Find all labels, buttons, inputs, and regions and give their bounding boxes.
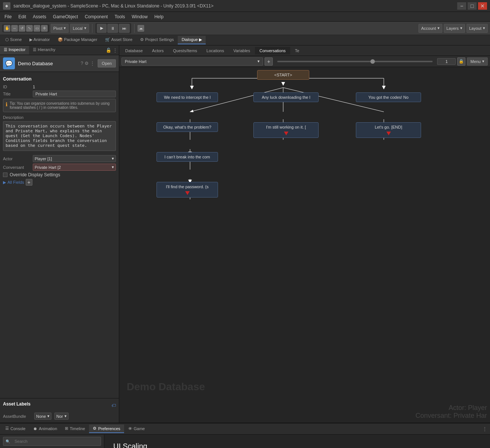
cloud-icon[interactable]: ☁: [137, 25, 144, 32]
open-button[interactable]: Open: [98, 59, 116, 67]
db-icon: 💬: [3, 57, 15, 69]
tip-text: Tip: You can organize conversations into…: [10, 101, 113, 110]
pause-button[interactable]: ⏸: [107, 24, 118, 33]
menu-edit[interactable]: Edit: [15, 13, 29, 20]
console-icon: ☰: [5, 426, 9, 431]
description-field[interactable]: [3, 121, 116, 151]
scale-tool[interactable]: ⤡: [26, 25, 33, 32]
bottom-tab-more[interactable]: ⋮: [481, 425, 489, 433]
menu-component[interactable]: Component: [82, 13, 111, 20]
menu-window[interactable]: Window: [129, 13, 151, 20]
hand-tool[interactable]: ✋: [4, 25, 10, 32]
tab-animator[interactable]: ▶ Animator: [26, 36, 53, 44]
close-button[interactable]: ✕: [478, 2, 487, 10]
rotate-tool[interactable]: ↺: [19, 25, 25, 32]
dlg-tab-database[interactable]: Database: [121, 47, 147, 54]
label-icon[interactable]: 🏷: [111, 403, 116, 408]
toolbar-sep2: [134, 24, 135, 33]
menu-gameobject[interactable]: GameObject: [50, 13, 81, 20]
title-input[interactable]: Private Hart: [33, 91, 116, 97]
toolbar: ✋ ↔ ↺ ⤡ ▭ ✛ Pivot ▾ Local ▾ ▶ ⏸ ⏭ ☁ Acco…: [0, 22, 490, 35]
panel-tabs: ⬡ Scene ▶ Animator 📦 Package Manager 🛒 A…: [0, 35, 490, 45]
tab-package-manager[interactable]: 📦 Package Manager: [54, 36, 101, 44]
add-field-button[interactable]: +: [26, 179, 32, 186]
dlg-tab-variables[interactable]: Variables: [229, 47, 255, 54]
account-dropdown[interactable]: Account ▾: [418, 24, 442, 33]
actor-dropdown[interactable]: Player [1] ▾: [33, 155, 116, 162]
bundle-label: AssetBundle: [3, 414, 33, 419]
tab-console[interactable]: ☰ Console: [1, 425, 29, 433]
zoom-value[interactable]: 1: [437, 58, 456, 65]
tab-animation[interactable]: ⏺ Animation: [29, 425, 61, 433]
title-label: Title: [3, 92, 33, 96]
nor-dropdown[interactable]: Nor ▾: [54, 413, 69, 420]
help-icon[interactable]: ?: [80, 61, 83, 66]
conversant-field-row: Conversant Private Hart [2 ▾: [3, 164, 116, 171]
pivot-dropdown[interactable]: Pivot ▾: [51, 24, 69, 33]
override-checkbox[interactable]: [3, 173, 7, 177]
lock-icon[interactable]: 🔓: [106, 48, 111, 53]
rect-tool[interactable]: ▭: [34, 25, 40, 32]
tab-scene[interactable]: ⬡ Scene: [1, 36, 25, 44]
bundle-dropdown[interactable]: None ▾: [34, 413, 51, 420]
maximize-button[interactable]: □: [468, 2, 477, 10]
menu-file[interactable]: File: [1, 13, 15, 20]
tab-preferences[interactable]: ⚙ Preferences: [89, 425, 124, 433]
transform-tool[interactable]: ✛: [41, 25, 48, 32]
conv-menu-button[interactable]: Menu ▾: [467, 57, 488, 66]
tab-dialogue[interactable]: Dialogue ▶: [178, 36, 205, 44]
layers-dropdown[interactable]: Layers ▾: [444, 24, 465, 33]
layout-dropdown[interactable]: Layout ▾: [467, 24, 488, 33]
bottom-panel: ☰ Console ⏺ Animation ⊞ Timeline ⚙ Prefe…: [0, 423, 490, 448]
conversation-dropdown[interactable]: Private Hart ▾: [121, 57, 263, 66]
more-icon[interactable]: ⋮: [113, 48, 117, 53]
dlg-tab-conversations[interactable]: Conversations: [255, 47, 290, 54]
conv-add-button[interactable]: +: [265, 57, 273, 66]
dialogue-canvas[interactable]: <START> We need to intercept the l Any l…: [119, 67, 490, 423]
preferences-icon: ⚙: [93, 426, 97, 431]
settings-icon[interactable]: ⚙: [85, 61, 89, 66]
override-label: Override Display Settings: [10, 172, 60, 177]
start-node[interactable]: <START>: [257, 70, 309, 80]
node-2[interactable]: Any luck downloading the l: [253, 92, 319, 102]
tab-game[interactable]: 👁 Game: [124, 425, 149, 433]
all-fields-toggle[interactable]: ▶ All Fields +: [3, 179, 116, 186]
menu-tools[interactable]: Tools: [111, 13, 128, 20]
node-5[interactable]: I'm still working on it. [: [253, 122, 319, 138]
step-button[interactable]: ⏭: [119, 24, 130, 33]
tab-project-settings[interactable]: ⚙ Project Settings: [136, 36, 177, 44]
node-3[interactable]: You got the codes! No: [356, 92, 421, 102]
zoom-slider[interactable]: [277, 61, 433, 62]
tab-inspector[interactable]: ☰ Inspector: [0, 46, 29, 54]
dlg-tab-te[interactable]: Te: [291, 47, 304, 54]
id-label: ID: [3, 85, 33, 89]
play-button[interactable]: ▶: [97, 24, 107, 33]
zoom-slider-thumb[interactable]: [370, 59, 375, 64]
pink-arrow-svg: [262, 444, 374, 448]
node-8[interactable]: I'll find the password. {s: [157, 182, 218, 198]
minimize-button[interactable]: −: [457, 2, 466, 10]
menu-assets[interactable]: Assets: [30, 13, 49, 20]
dlg-tab-actors[interactable]: Actors: [148, 47, 168, 54]
title-bar: ◆ sandbox_dialogue_system - SampleScene …: [0, 0, 490, 12]
pref-search-area: 🔍: [0, 435, 104, 448]
tab-hierarchy[interactable]: ☰ Hierarchy: [29, 46, 59, 54]
menu-help[interactable]: Help: [151, 13, 167, 20]
more-icon2[interactable]: ⋮: [90, 61, 95, 66]
local-dropdown[interactable]: Local ▾: [70, 24, 89, 33]
move-tool[interactable]: ↔: [11, 25, 18, 32]
tab-asset-store[interactable]: 🛒 Asset Store: [101, 36, 136, 44]
dlg-tab-locations[interactable]: Locations: [202, 47, 228, 54]
desc-label-row: Description: [3, 115, 116, 120]
pref-search-input[interactable]: [12, 438, 98, 445]
node-6[interactable]: Let's go. [END]: [356, 122, 421, 138]
id-field-row: ID 1: [3, 85, 116, 89]
conversant-dropdown[interactable]: Private Hart [2 ▾: [33, 164, 116, 171]
conv-lock[interactable]: 🔒: [457, 57, 465, 66]
node-1[interactable]: We need to intercept the l: [157, 92, 218, 102]
inspector-tabs: ☰ Inspector ☰ Hierarchy 🔓 ⋮: [0, 45, 119, 55]
node-4[interactable]: Okay, what's the problem?: [157, 122, 218, 132]
tab-timeline[interactable]: ⊞ Timeline: [61, 425, 89, 433]
dlg-tab-quests[interactable]: Quests/Items: [168, 47, 202, 54]
node-7[interactable]: I can't break into the com: [157, 152, 218, 162]
